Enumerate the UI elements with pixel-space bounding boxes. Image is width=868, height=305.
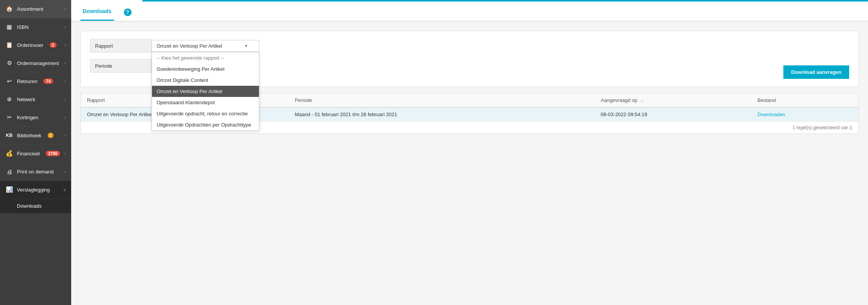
netwerk-icon: ⊕ [5,95,13,103]
form-area: Rapport Omzet en Verkoop Per Artikel ▾ -… [80,31,859,87]
dropdown-option-uitgevoerde-opdracht[interactable]: Uitgevoerde opdracht, retour en correcti… [152,108,259,119]
orderinvoer-badge: 2 [50,42,57,48]
sidebar-label-financieel: Financieel [17,151,40,157]
isbn-icon: ▦ [5,23,13,31]
chevron-right-icon: › [65,7,66,11]
chevron-right-icon: › [65,170,66,174]
col-header-aangevraagd[interactable]: Aangevraagd op ↓↑ [594,93,751,107]
dropdown-option-goederenbeweging[interactable]: Goederenbeweging Per Artikel [152,63,259,75]
periode-label: Periode [90,59,152,73]
chevron-right-icon: › [65,79,66,83]
sidebar-item-verslaglegging[interactable]: 📊 Verslaglegging ∨ [0,181,71,199]
rapport-dropdown[interactable]: Omzet en Verkoop Per Artikel ▾ -- Kies h… [152,40,259,52]
sidebar-item-financieel[interactable]: 💰 Financieel 2796 › [0,145,71,163]
sidebar-label-netwerk: Netwerk [17,97,35,102]
dropdown-option-placeholder[interactable]: -- Kies het gewenste rapport -- [152,52,259,63]
sidebar-item-print-on-demand[interactable]: 🖨 Print on demand › [0,163,71,181]
dropdown-arrow-icon: ▾ [245,43,247,48]
sidebar-item-orderinvoer[interactable]: 📋 Orderinvoer 2 › [0,36,71,54]
cell-aangevraagd: 08-03-2022 09:54:19 [594,107,751,122]
sidebar-label-orderinvoer: Orderinvoer [17,42,43,48]
col-header-aangevraagd-label: Aangevraagd op [601,97,637,103]
dropdown-selected-text: Omzet en Verkoop Per Artikel [157,43,222,49]
rapport-label: Rapport [90,39,152,53]
financieel-icon: 💰 [5,150,13,157]
sidebar-label-kortingen: Kortingen [17,115,38,120]
main-content: Downloads ? Rapport Omzet en Verkoop Per… [71,0,868,305]
sidebar-sub-item-downloads[interactable]: Downloads [0,199,71,213]
dropdown-selected-value[interactable]: Omzet en Verkoop Per Artikel ▾ [152,40,259,52]
main-body: Rapport Omzet en Verkoop Per Artikel ▾ -… [71,22,868,305]
chevron-right-icon: › [65,97,66,102]
chevron-right-icon: › [65,61,66,65]
chevron-down-icon: ∨ [63,188,66,192]
kortingen-icon: ✂ [5,113,13,121]
chevron-right-icon: › [65,152,66,156]
main-header: Downloads ? [71,0,868,22]
download-file-link[interactable]: Downloaden [758,112,785,117]
retouren-badge: 74 [43,78,53,84]
sidebar-sub-label-downloads: Downloads [17,203,42,209]
dropdown-option-omzet-verkoop[interactable]: Omzet en Verkoop Per Artikel [152,86,259,97]
cell-periode: Maand - 01 februari 2021 t/m 28 februari… [289,107,594,122]
sidebar-item-ordermanagement[interactable]: ⚙ Ordermanagement › [0,54,71,72]
sidebar-item-retouren[interactable]: ↩ Retouren 74 › [0,72,71,90]
tab-downloads-label: Downloads [83,8,112,14]
orderinvoer-icon: 📋 [5,41,13,49]
assortiment-icon: 🏠 [5,5,13,13]
tab-downloads[interactable]: Downloads [80,3,114,21]
chevron-right-icon: › [65,133,66,138]
rapport-row: Rapport Omzet en Verkoop Per Artikel ▾ -… [90,39,849,53]
dropdown-option-uitgevoerde-opdrachten[interactable]: Uitgevoerde Opdrachten per Opdrachttype [152,119,259,130]
sidebar-item-bibliotheek[interactable]: KB Bibliotheek ! › [0,127,71,145]
bibliotheek-icon: KB [5,132,13,139]
sidebar-item-isbn[interactable]: ▦ ISBN › [0,18,71,36]
sort-icon: ↓↑ [640,98,644,103]
dropdown-menu: -- Kies het gewenste rapport -- Goederen… [152,52,259,131]
chevron-right-icon: › [65,25,66,29]
ordermanagement-icon: ⚙ [5,59,13,67]
col-header-bestand-label: Bestand [758,97,776,103]
help-icon[interactable]: ? [124,8,132,16]
sidebar-item-assortiment[interactable]: 🏠 Assortiment › [0,0,71,18]
col-header-periode-label: Periode [295,97,312,103]
dropdown-option-omzet-digitale[interactable]: Omzet Digitale Content [152,75,259,86]
print-icon: 🖨 [5,168,13,175]
cell-bestand: Downloaden [751,107,858,122]
sidebar-item-netwerk[interactable]: ⊕ Netwerk › [0,90,71,108]
col-header-rapport-label: Rapport [87,97,105,103]
download-aanvragen-button[interactable]: Download aanvragen [783,65,849,79]
col-header-periode: Periode [289,93,594,107]
sidebar-label-print-on-demand: Print on demand [17,169,53,175]
chevron-right-icon: › [65,115,66,120]
sidebar-label-verslaglegging: Verslaglegging [17,187,50,193]
retouren-icon: ↩ [5,77,13,85]
sidebar-label-retouren: Retouren [17,78,37,84]
sidebar: 🏠 Assortiment › ▦ ISBN › 📋 Orderinvoer 2… [0,0,71,305]
dropdown-option-openstaand[interactable]: Openstaand Klantendepot [152,97,259,108]
financieel-badge: 2796 [46,151,60,156]
chevron-right-icon: › [65,43,66,47]
col-header-bestand: Bestand [751,93,858,107]
sidebar-label-assortiment: Assortiment [17,6,43,12]
verslaglegging-icon: 📊 [5,186,13,193]
sidebar-item-kortingen[interactable]: ✂ Kortingen › [0,108,71,127]
bibliotheek-badge: ! [48,133,54,138]
top-accent-bar [142,0,868,2]
sidebar-label-ordermanagement: Ordermanagement [17,60,59,66]
sidebar-label-isbn: ISBN [17,24,28,30]
sidebar-label-bibliotheek: Bibliotheek [17,133,42,138]
